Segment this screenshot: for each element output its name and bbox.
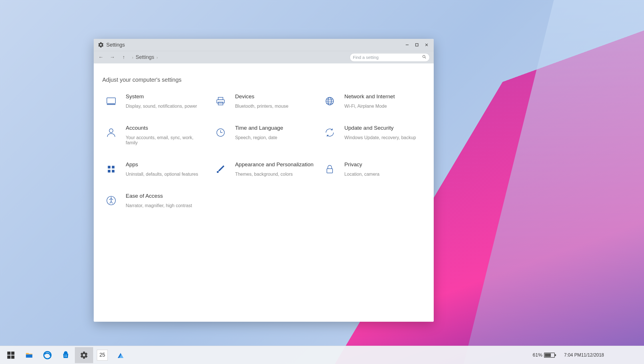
page-heading: Adjust your computer's settings	[102, 77, 426, 83]
clock-date: 11/12/2018	[581, 352, 604, 358]
chevron-right-icon: ›	[157, 55, 158, 60]
category-grid: System Display, sound, notifications, po…	[101, 93, 426, 208]
category-title: Ease of Access	[126, 193, 192, 199]
category-subtitle: Wi-Fi, Airplane Mode	[344, 104, 395, 109]
clock-icon	[213, 125, 228, 140]
category-subtitle: Your accounts, email, sync, work, family	[126, 135, 205, 145]
minimize-button[interactable]	[402, 41, 412, 49]
svg-rect-1	[416, 44, 418, 46]
svg-point-4	[423, 55, 425, 57]
category-accounts[interactable]: Accounts Your accounts, email, sync, wor…	[104, 125, 205, 145]
category-apps[interactable]: Apps Uninstall, defaults, optional featu…	[104, 161, 205, 177]
svg-rect-30	[11, 355, 14, 359]
category-subtitle: Windows Update, recovery, backup	[344, 135, 416, 140]
wifi-button[interactable]	[522, 347, 526, 363]
apps-grid-icon	[104, 162, 118, 176]
chevron-right-icon: ›	[132, 55, 133, 60]
start-button[interactable]	[2, 347, 20, 363]
svg-rect-22	[108, 170, 110, 173]
svg-rect-28	[11, 351, 14, 355]
monitor-icon	[104, 94, 118, 108]
edge-browser-button[interactable]	[38, 347, 57, 363]
svg-rect-27	[7, 351, 11, 355]
back-button[interactable]: ←	[96, 53, 106, 62]
category-title: Appearance and Personalization	[235, 161, 314, 168]
category-subtitle: Location, camera	[344, 172, 379, 177]
navbar: ← → ↑ › Settings ›	[94, 51, 434, 63]
gear-icon	[98, 42, 104, 48]
svg-rect-31	[26, 354, 33, 357]
task-view-button[interactable]	[611, 347, 615, 363]
category-privacy[interactable]: Privacy Location, camera	[323, 161, 423, 177]
settings-taskbar-button[interactable]	[75, 347, 93, 363]
forward-button[interactable]: →	[107, 53, 117, 62]
search-input[interactable]	[353, 55, 422, 60]
globe-icon	[323, 94, 337, 108]
svg-rect-6	[107, 98, 115, 103]
maximize-button[interactable]	[412, 41, 422, 49]
accessibility-icon	[104, 193, 118, 208]
category-update-security[interactable]: Update and Security Windows Update, reco…	[323, 125, 423, 145]
battery-percent: 61%	[533, 352, 542, 358]
svg-rect-29	[7, 355, 11, 359]
search-button[interactable]	[619, 347, 624, 363]
svg-rect-25	[327, 169, 333, 173]
svg-rect-8	[218, 97, 223, 100]
search-box[interactable]	[350, 53, 430, 62]
category-title: Privacy	[344, 161, 379, 168]
content-area: Adjust your computer's settings System D…	[94, 63, 434, 322]
calendar-button[interactable]: 25	[93, 347, 111, 363]
svg-rect-21	[112, 166, 115, 168]
svg-rect-10	[218, 102, 223, 105]
system-tray: 61% 7:04 PM 11/12/2018	[505, 347, 642, 363]
battery-icon	[544, 353, 555, 358]
category-title: Time and Language	[235, 125, 283, 131]
category-subtitle: Uninstall, defaults, optional features	[126, 172, 198, 177]
category-subtitle: Speech, region, date	[235, 135, 283, 140]
app-button[interactable]	[111, 347, 130, 363]
settings-window: Settings ← → ↑ › Settings › Adjust your …	[94, 39, 434, 322]
brush-icon	[213, 162, 228, 176]
category-subtitle: Display, sound, notifications, power	[126, 104, 197, 109]
category-personalization[interactable]: Appearance and Personalization Themes, b…	[213, 161, 314, 177]
category-subtitle: Bluetooth, printers, mouse	[235, 104, 289, 109]
cortana-button[interactable]	[628, 347, 633, 363]
svg-rect-23	[112, 170, 115, 173]
svg-rect-20	[108, 166, 110, 168]
up-button[interactable]: ↑	[119, 53, 129, 62]
taskbar: 25 61% 7:04 PM 11/12/2018	[0, 346, 644, 364]
svg-rect-9	[217, 100, 224, 103]
clock-time: 7:04 PM	[564, 352, 581, 358]
close-button[interactable]	[422, 41, 431, 49]
category-title: Update and Security	[344, 125, 416, 131]
category-devices[interactable]: Devices Bluetooth, printers, mouse	[213, 93, 314, 109]
titlebar[interactable]: Settings	[94, 39, 434, 51]
category-title: System	[126, 93, 197, 100]
menu-button[interactable]	[637, 347, 641, 363]
sync-icon	[323, 125, 337, 140]
category-ease-of-access[interactable]: Ease of Access Narrator, magnifier, high…	[104, 193, 205, 208]
category-time-language[interactable]: Time and Language Speech, region, date	[213, 125, 314, 145]
battery-indicator[interactable]: 61%	[530, 347, 557, 363]
volume-button[interactable]	[513, 347, 518, 363]
breadcrumb-label: Settings	[136, 54, 154, 60]
printer-icon	[213, 94, 228, 108]
category-system[interactable]: System Display, sound, notifications, po…	[104, 93, 205, 109]
search-icon[interactable]	[422, 55, 427, 60]
category-title: Accounts	[126, 125, 205, 131]
svg-line-5	[425, 57, 426, 58]
category-title: Network and Internet	[344, 93, 395, 100]
store-button[interactable]	[57, 347, 75, 363]
lock-icon	[323, 162, 337, 176]
svg-point-16	[109, 129, 113, 133]
svg-point-24	[217, 171, 219, 173]
clock-button[interactable]: 7:04 PM 11/12/2018	[561, 347, 607, 363]
category-network[interactable]: Network and Internet Wi-Fi, Airplane Mod…	[323, 93, 423, 109]
file-explorer-button[interactable]	[20, 347, 38, 363]
tray-overflow-button[interactable]	[505, 347, 509, 363]
category-subtitle: Themes, background, colors	[235, 172, 314, 177]
breadcrumb[interactable]: › Settings ›	[132, 54, 158, 60]
calendar-day: 25	[97, 350, 108, 361]
person-icon	[104, 125, 118, 140]
category-title: Apps	[126, 161, 198, 168]
